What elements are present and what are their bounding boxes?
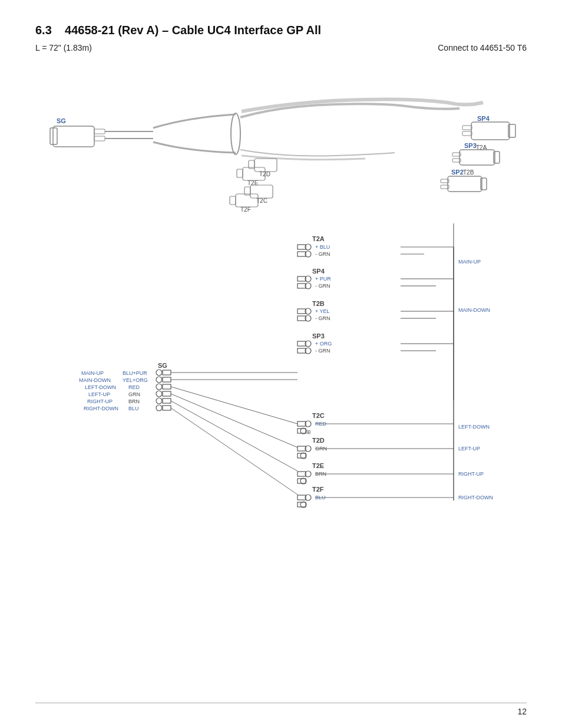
- svg-rect-111: [297, 446, 306, 451]
- svg-rect-119: [297, 472, 306, 476]
- svg-rect-114: [297, 453, 306, 458]
- svg-text:LEFT-UP: LEFT-UP: [458, 446, 480, 452]
- t2f-area: T2F: [230, 194, 258, 213]
- svg-rect-94: [163, 406, 171, 410]
- svg-text:LEFT-UP: LEFT-UP: [88, 391, 110, 397]
- diagram-area: SG SP4: [35, 58, 527, 589]
- svg-rect-102: [297, 421, 306, 426]
- svg-text:T2B: T2B: [312, 300, 325, 307]
- svg-text:BRN: BRN: [128, 398, 140, 404]
- svg-text:RIGHT-UP: RIGHT-UP: [87, 398, 113, 404]
- svg-text:MAIN-UP: MAIN-UP: [81, 370, 104, 376]
- svg-rect-11: [462, 131, 472, 136]
- svg-rect-14: [459, 150, 495, 165]
- svg-text:RIGHT-DOWN: RIGHT-DOWN: [458, 495, 493, 500]
- svg-rect-122: [297, 479, 306, 483]
- svg-line-99: [171, 401, 297, 471]
- svg-rect-1: [50, 128, 57, 144]
- svg-text:+ PUR: + PUR: [315, 276, 331, 282]
- page-footer: 12: [35, 703, 527, 716]
- svg-point-93: [156, 405, 162, 411]
- svg-rect-52: [297, 284, 306, 288]
- connect-to: Connect to 44651-50 T6: [438, 43, 527, 52]
- svg-point-89: [156, 398, 162, 404]
- sg-block: SG MAIN-UP BLU+PUR MAIN-DOWN YEL+ORG LEF…: [79, 362, 171, 411]
- svg-text:+ YEL: + YEL: [315, 308, 330, 314]
- svg-point-85: [156, 391, 162, 397]
- svg-rect-32: [254, 159, 277, 172]
- svg-point-81: [156, 384, 162, 390]
- svg-text:T2F: T2F: [312, 486, 324, 493]
- svg-rect-26: [236, 194, 258, 207]
- svg-text:RIGHT-DOWN: RIGHT-DOWN: [84, 406, 118, 411]
- svg-rect-38: [297, 245, 306, 249]
- svg-text:RED: RED: [128, 384, 140, 390]
- svg-text:T2D: T2D: [312, 437, 325, 444]
- section-number: 6.3: [35, 24, 52, 37]
- svg-rect-20: [448, 176, 482, 192]
- meta-row: L = 72" (1.83m) Connect to 44651-50 T6: [35, 43, 527, 52]
- svg-text:- GRN: - GRN: [315, 283, 330, 289]
- section-title: 6.3 44658-21 (Rev A) – Cable UC4 Interfa…: [35, 24, 527, 37]
- svg-text:⊞: ⊞: [306, 429, 311, 435]
- t2c-wiring: T2C RED ⊞ LEFT-DOWN: [297, 412, 490, 435]
- svg-text:GRN: GRN: [128, 391, 140, 397]
- svg-line-100: [171, 408, 297, 495]
- svg-text:SP4: SP4: [477, 115, 490, 122]
- svg-rect-127: [297, 495, 306, 500]
- svg-line-97: [171, 387, 297, 424]
- svg-rect-74: [163, 370, 171, 375]
- svg-rect-86: [163, 391, 171, 396]
- svg-text:RIGHT-UP: RIGHT-UP: [458, 471, 484, 477]
- t2f-wiring: T2F BLU RIGHT-DOWN: [297, 486, 493, 508]
- svg-rect-90: [163, 398, 171, 403]
- svg-rect-49: [297, 276, 306, 281]
- svg-rect-2: [94, 129, 105, 134]
- svg-rect-67: [297, 348, 306, 353]
- svg-text:YEL+ORG: YEL+ORG: [123, 377, 148, 383]
- svg-rect-82: [163, 384, 171, 389]
- svg-rect-59: [297, 316, 306, 321]
- svg-rect-30: [237, 169, 243, 177]
- svg-text:T2F: T2F: [240, 206, 251, 213]
- svg-text:- GRN: - GRN: [315, 315, 330, 321]
- svg-rect-10: [462, 126, 472, 130]
- svg-point-73: [156, 370, 162, 375]
- svg-text:SG: SG: [158, 362, 167, 369]
- svg-text:T2B: T2B: [463, 169, 474, 176]
- svg-text:SP3: SP3: [312, 332, 325, 340]
- svg-point-7: [231, 113, 240, 154]
- wiring-diagram: SG SP4: [35, 58, 527, 571]
- svg-text:T2D: T2D: [259, 171, 270, 177]
- svg-rect-3: [94, 136, 105, 141]
- document-title: 44658-21 (Rev A) – Cable UC4 Interface G…: [65, 24, 321, 37]
- svg-text:LEFT-DOWN: LEFT-DOWN: [458, 424, 490, 430]
- svg-text:SG: SG: [57, 117, 66, 124]
- svg-rect-105: [297, 429, 306, 433]
- cable-length: L = 72" (1.83m): [35, 43, 92, 52]
- sg-connector: SG: [50, 113, 240, 154]
- svg-text:T2A: T2A: [312, 235, 325, 242]
- svg-text:+ BLU: + BLU: [315, 244, 330, 250]
- svg-text:BLU: BLU: [128, 406, 139, 411]
- svg-text:+ ORG: + ORG: [315, 341, 332, 347]
- page-number: 12: [517, 707, 527, 716]
- t2b-wiring: T2B + YEL - GRN MAIN-DOWN: [297, 300, 490, 321]
- svg-text:T2E: T2E: [312, 462, 324, 469]
- svg-rect-35: [250, 185, 273, 198]
- svg-rect-41: [297, 252, 306, 256]
- svg-rect-27: [230, 196, 236, 205]
- sp3-wiring: SP3 + ORG - GRN: [297, 332, 332, 354]
- svg-rect-0: [53, 126, 94, 147]
- page: 6.3 44658-21 (Rev A) – Cable UC4 Interfa…: [0, 0, 562, 728]
- svg-text:BLU+PUR: BLU+PUR: [123, 370, 147, 376]
- svg-text:- GRN: - GRN: [315, 348, 330, 354]
- svg-text:LEFT-DOWN: LEFT-DOWN: [85, 384, 116, 390]
- svg-text:T2C: T2C: [312, 412, 325, 419]
- svg-text:T2C: T2C: [256, 197, 267, 204]
- svg-text:SP3: SP3: [464, 142, 477, 149]
- svg-rect-8: [471, 122, 510, 140]
- svg-rect-78: [163, 377, 171, 382]
- svg-rect-56: [297, 309, 306, 314]
- svg-text:MAIN-DOWN: MAIN-DOWN: [458, 307, 490, 313]
